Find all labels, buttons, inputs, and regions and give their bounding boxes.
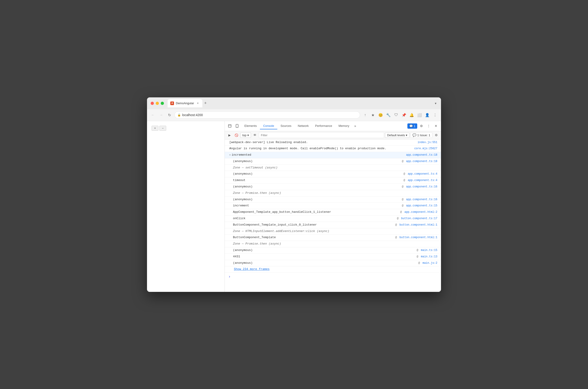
source-link[interactable]: app.component.html:2 bbox=[404, 210, 437, 214]
tab-bar: A DemoAngular ✕ + bbox=[167, 99, 432, 107]
source-link[interactable]: main.js:2 bbox=[423, 261, 437, 265]
console-right: @ app.component.ts:4 bbox=[403, 178, 437, 183]
console-row: ButtonComponent_Template_input_click_0_l… bbox=[225, 222, 441, 228]
eye-icon[interactable]: 👁 bbox=[252, 132, 258, 138]
tab-close-button[interactable]: ✕ bbox=[196, 101, 199, 105]
share-icon[interactable]: ↑ bbox=[362, 112, 368, 118]
close-window-button[interactable] bbox=[151, 102, 154, 105]
more-menu-icon[interactable]: ⋮ bbox=[432, 112, 438, 118]
tab-console[interactable]: Console bbox=[260, 123, 277, 129]
decrement-button[interactable]: − bbox=[159, 126, 166, 131]
filter-input[interactable] bbox=[259, 132, 384, 138]
chat-icon: 💬 bbox=[409, 124, 413, 128]
issue-label: 1 Issue: bbox=[417, 133, 428, 137]
source-link[interactable]: app.component.ts:18 bbox=[406, 153, 437, 157]
issue-badge[interactable]: 💬 1 Issue: 1 bbox=[410, 132, 432, 138]
source-link[interactable]: main.ts:13 bbox=[421, 255, 437, 258]
source-link[interactable]: app.component.ts:18 bbox=[406, 160, 437, 163]
puzzle-icon[interactable]: ⬜ bbox=[416, 112, 423, 118]
issues-count: 1 bbox=[414, 124, 415, 128]
console-row: Angular is running in development mode. … bbox=[225, 146, 441, 152]
source-link[interactable]: button.component.ts:17 bbox=[401, 217, 437, 220]
inspect-element-icon[interactable] bbox=[227, 123, 233, 129]
console-right: @ main.ts:13 bbox=[417, 255, 437, 259]
profile-icon[interactable]: 😊 bbox=[377, 112, 384, 118]
back-button[interactable]: ← bbox=[150, 112, 156, 118]
extension-icon[interactable]: 🔧 bbox=[385, 112, 392, 118]
devtools-close-icon[interactable]: ✕ bbox=[433, 123, 439, 129]
console-link[interactable]: core.mjs:25627 bbox=[413, 147, 437, 151]
tab-network[interactable]: Network bbox=[295, 123, 312, 129]
block-requests-icon[interactable]: 🚫 bbox=[233, 132, 239, 138]
console-settings-icon[interactable]: ⚙ bbox=[433, 132, 439, 138]
tab-memory[interactable]: Memory bbox=[335, 123, 353, 129]
devtools-more-icon[interactable]: ⋮ bbox=[425, 123, 432, 129]
default-levels-selector[interactable]: Default levels ▾ bbox=[385, 132, 409, 138]
increment-button[interactable]: + bbox=[152, 126, 159, 131]
console-text: ButtonComponent_Template_input_click_0_l… bbox=[233, 223, 395, 227]
console-row: onClick @ button.component.ts:17 bbox=[225, 216, 441, 222]
cast-icon[interactable]: 🔔 bbox=[409, 112, 415, 118]
console-link[interactable]: index.js:551 bbox=[417, 140, 437, 145]
show-more-frames-link[interactable]: Show 234 more frames bbox=[234, 267, 269, 271]
account-icon[interactable]: 👤 bbox=[424, 112, 430, 118]
console-text: Show 234 more frames bbox=[233, 267, 437, 272]
console-text: (anonymous) bbox=[233, 197, 402, 202]
console-row: (anonymous) @ app.component.ts:16 bbox=[225, 184, 441, 190]
browser-window: A DemoAngular ✕ + ▾ ← → ↻ 🔒 localhost:42… bbox=[147, 97, 441, 292]
content-area: + − bbox=[147, 121, 441, 292]
maximize-window-button[interactable] bbox=[161, 102, 164, 105]
source-link[interactable]: app.component.ts:4 bbox=[408, 172, 437, 176]
page-content: + − bbox=[147, 121, 225, 292]
context-label: top bbox=[242, 133, 246, 137]
default-levels-arrow-icon: ▾ bbox=[406, 133, 407, 137]
source-link[interactable]: app.component.ts:15 bbox=[406, 204, 437, 207]
pin-icon[interactable]: 📌 bbox=[401, 112, 407, 118]
console-row: Show 234 more frames bbox=[225, 266, 441, 273]
lock-icon: 🔒 bbox=[177, 113, 181, 117]
tab-favicon: A bbox=[170, 101, 174, 105]
console-text: AppComponent_Template_app_button_handleC… bbox=[233, 210, 400, 215]
devtools-panel: Elements Console Sources Network Perform… bbox=[225, 121, 441, 292]
devtools-tabs: Elements Console Sources Network Perform… bbox=[241, 123, 406, 129]
source-link[interactable]: main.ts:15 bbox=[421, 249, 437, 252]
source-link[interactable]: app.component.ts:16 bbox=[406, 198, 437, 201]
devtools-settings-icon[interactable]: ⚙ bbox=[418, 123, 425, 129]
console-row: (anonymous) @ main.ts:15 bbox=[225, 247, 441, 254]
console-text: (anonymous) bbox=[233, 184, 402, 189]
minimize-window-button[interactable] bbox=[156, 102, 159, 105]
console-text: Zone — Promise.then (async) bbox=[233, 242, 437, 246]
console-row: (anonymous) @ app.component.ts:4 bbox=[225, 171, 441, 177]
source-link[interactable]: core.mjs:25627 bbox=[414, 147, 437, 150]
console-right: @ app.component.ts:18 bbox=[402, 159, 437, 164]
source-link[interactable]: app.component.ts:4 bbox=[408, 179, 437, 182]
devtools-topbar: Elements Console Sources Network Perform… bbox=[225, 121, 441, 131]
new-tab-button[interactable]: + bbox=[202, 100, 209, 106]
chevron-down-icon[interactable]: ▾ bbox=[434, 100, 437, 106]
shield-icon[interactable]: 🛡 bbox=[393, 112, 399, 118]
source-link[interactable]: button.component.html:1 bbox=[399, 223, 437, 227]
url-bar[interactable]: 🔒 localhost:4200 bbox=[174, 111, 360, 119]
execute-script-icon[interactable]: ▶ bbox=[227, 132, 232, 138]
console-prompt[interactable]: › bbox=[225, 273, 441, 281]
console-text: (anonymous) bbox=[233, 159, 402, 164]
more-tabs-icon[interactable]: » bbox=[353, 123, 358, 129]
source-link[interactable]: button.component.html:1 bbox=[399, 236, 437, 239]
device-toggle-icon[interactable] bbox=[234, 123, 240, 129]
console-row: (anonymous) @ app.component.ts:18 bbox=[225, 158, 441, 165]
reload-button[interactable]: ↻ bbox=[166, 112, 173, 118]
console-text: ▾incremented bbox=[229, 153, 405, 158]
console-row: (anonymous) @ main.js:2 bbox=[225, 260, 441, 266]
source-link[interactable]: app.component.ts:16 bbox=[406, 185, 437, 188]
bookmark-icon[interactable]: ★ bbox=[370, 112, 376, 118]
console-output[interactable]: [webpack-dev-server] Live Reloading enab… bbox=[225, 139, 441, 292]
forward-button[interactable]: → bbox=[158, 112, 164, 118]
browser-tab[interactable]: A DemoAngular ✕ bbox=[167, 99, 202, 107]
context-selector[interactable]: top ▾ bbox=[240, 132, 251, 138]
console-text: Zone — setTimeout (async) bbox=[233, 165, 437, 170]
tab-sources[interactable]: Sources bbox=[277, 123, 295, 129]
issues-badge-button[interactable]: 💬 1 bbox=[407, 123, 417, 129]
tab-performance[interactable]: Performance bbox=[312, 123, 335, 129]
tab-elements[interactable]: Elements bbox=[241, 123, 260, 129]
source-link[interactable]: index.js:551 bbox=[418, 141, 437, 144]
